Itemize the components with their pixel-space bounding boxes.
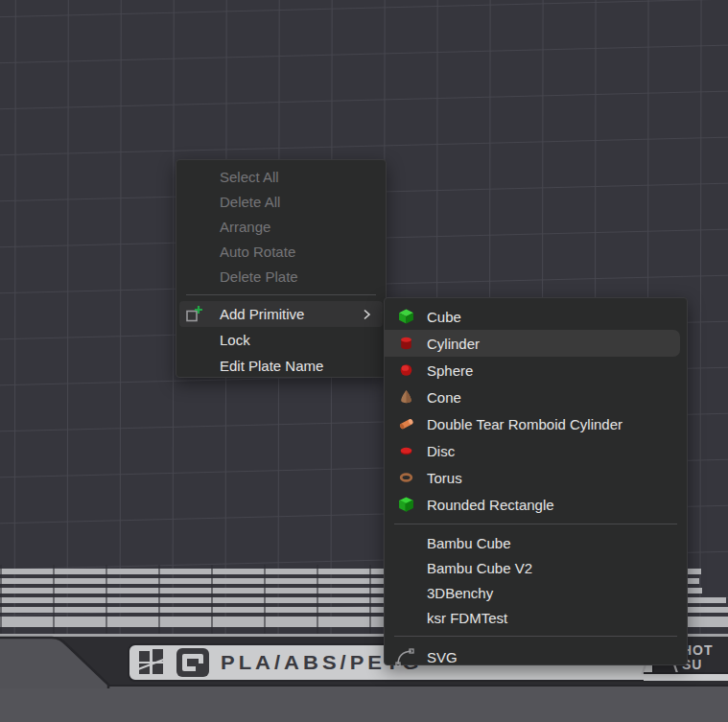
submenu-item-cube[interactable]: Cube	[385, 303, 687, 330]
submenu-item-cone[interactable]: Cone	[385, 384, 687, 410]
bezier-curve-icon	[394, 645, 417, 668]
submenu-item-3dbenchy[interactable]: 3DBenchy	[385, 580, 687, 605]
slicer-viewport: PLA/ABS/PETG HOT SU Select All Delete Al…	[0, 0, 728, 722]
plate-brand-logo-icon	[176, 648, 209, 677]
menu-item-arrange[interactable]: Arrange	[176, 214, 386, 239]
outside-plate-area	[0, 685, 728, 722]
sphere-icon	[398, 362, 414, 379]
plate-corner-strip	[644, 672, 728, 681]
add-primitive-icon	[185, 305, 203, 323]
submenu-item-cylinder[interactable]: Cylinder	[385, 330, 680, 357]
rounded-cube-icon	[398, 497, 414, 513]
submenu-separator	[394, 524, 677, 524]
submenu-item-torus[interactable]: Torus	[385, 464, 687, 491]
menu-item-add-primitive[interactable]: Add Primitive	[179, 301, 383, 327]
menu-item-auto-rotate[interactable]: Auto Rotate	[176, 239, 386, 264]
menu-item-edit-plate-name[interactable]: Edit Plate Name	[176, 353, 386, 379]
tilted-cylinder-icon	[398, 416, 414, 432]
cone-icon	[398, 389, 414, 406]
disc-icon	[398, 443, 414, 459]
cube-icon	[398, 309, 414, 325]
menu-item-delete-plate[interactable]: Delete Plate	[176, 264, 386, 289]
plate-corner-cutout	[0, 633, 125, 688]
submenu-separator	[394, 636, 677, 637]
submenu-item-sphere[interactable]: Sphere	[385, 357, 687, 384]
torus-icon	[398, 470, 414, 486]
menu-item-delete-all[interactable]: Delete All	[176, 189, 386, 214]
cylinder-icon	[398, 336, 414, 352]
menu-item-lock[interactable]: Lock	[176, 327, 386, 353]
submenu-item-double-tear-romboid-cylinder[interactable]: Double Tear Romboid Cylinder	[385, 410, 687, 437]
submenu-item-rounded-rectangle[interactable]: Rounded Rectangle	[385, 491, 687, 518]
bambu-lab-logo-icon	[139, 649, 165, 676]
chevron-right-icon	[360, 308, 373, 321]
submenu-item-bambu-cube-v2[interactable]: Bambu Cube V2	[385, 555, 687, 580]
submenu-item-bambu-cube[interactable]: Bambu Cube	[385, 530, 687, 555]
add-primitive-submenu: Cube Cylinder Sphere	[384, 297, 688, 665]
submenu-item-ksr-fdmtest[interactable]: ksr FDMTest	[385, 605, 687, 630]
menu-separator	[186, 294, 376, 295]
submenu-item-disc[interactable]: Disc	[385, 437, 687, 464]
context-menu: Select All Delete All Arrange Auto Rotat…	[176, 159, 387, 378]
menu-item-select-all[interactable]: Select All	[176, 164, 386, 189]
submenu-item-svg[interactable]: SVG	[385, 642, 687, 671]
